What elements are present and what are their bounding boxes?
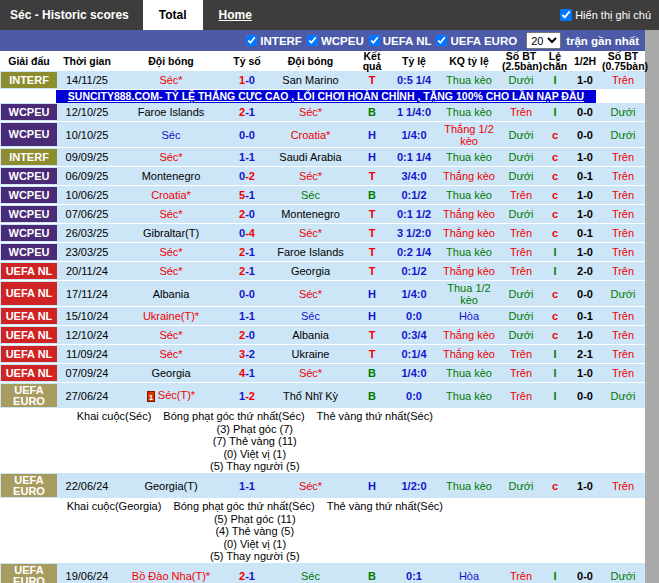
odd-even: l bbox=[541, 348, 569, 360]
home-team: Séc* bbox=[116, 348, 226, 360]
odds-result: Thua kèo bbox=[437, 390, 501, 402]
over-under-25: Trên bbox=[501, 348, 541, 360]
half-time-score: 1-0 bbox=[569, 151, 601, 163]
score: 2-1 bbox=[226, 106, 268, 118]
half-time-score: 1-0 bbox=[569, 367, 601, 379]
half-time-score: 0-0 bbox=[569, 570, 601, 582]
ad-banner-link[interactable]: SUNCITY888.COM- TỶ LỆ THẮNG CỰC CAO , LỐ… bbox=[56, 90, 596, 103]
match-date: 10/10/25 bbox=[58, 129, 116, 141]
uefa-nl-checkbox[interactable] bbox=[369, 35, 380, 46]
half-time-score: 1-0 bbox=[569, 329, 601, 341]
league-badge: UEFA NL bbox=[1, 346, 57, 362]
over-under-25: Trên bbox=[501, 367, 541, 379]
match-row: INTERF09/09/25Séc*1-1Saudi ArabiaH0:1 1/… bbox=[0, 148, 645, 167]
handicap-odds: 1 1/4:0 bbox=[391, 106, 437, 118]
odd-even: l bbox=[541, 74, 569, 86]
odds-result: Thắng kèo bbox=[437, 265, 501, 277]
odd-even: c bbox=[541, 170, 569, 182]
half-time-score: 0-1 bbox=[569, 170, 601, 182]
away-team: Albania bbox=[268, 329, 353, 341]
odd-even: c bbox=[541, 208, 569, 220]
page-title: Séc - Historic scores bbox=[0, 0, 143, 30]
result-letter: T bbox=[353, 208, 391, 220]
details-first-events: Khai cuộc(Séc)Bóng phạt góc thứ nhất(Séc… bbox=[0, 410, 510, 423]
match-row: UEFA NL17/11/24Albania0-0Séc*H1/4:0Thua … bbox=[0, 281, 645, 307]
handicap-odds: 0:1 1/2 bbox=[391, 208, 437, 220]
col-header-ou25: Số BT (2.5bàn) bbox=[501, 51, 541, 71]
odds-result: Thua kèo bbox=[437, 106, 501, 118]
odd-even: l bbox=[541, 246, 569, 258]
odds-result: Thắng kèo bbox=[437, 208, 501, 220]
match-details: Khai cuộc(Séc)Bóng phạt góc thứ nhất(Séc… bbox=[0, 409, 645, 473]
match-date: 19/06/24 bbox=[58, 570, 116, 582]
show-notes-toggle[interactable]: Hiển thị ghi chú bbox=[560, 0, 659, 30]
odd-even: c bbox=[541, 480, 569, 492]
league-badge: WCPEU bbox=[1, 244, 57, 260]
odds-result: Thắng kèo bbox=[437, 348, 501, 360]
league-badge: WCPEU bbox=[1, 206, 57, 222]
table-body: INTERF14/11/25Séc*1-0San MarinoT0:5 1/4T… bbox=[0, 71, 645, 583]
score: 2-1 bbox=[226, 265, 268, 277]
score: 4-1 bbox=[226, 367, 268, 379]
handicap-odds: 1/2:0 bbox=[391, 480, 437, 492]
home-team: Séc bbox=[116, 129, 226, 141]
filter-uefa-euro[interactable]: UEFA EURO bbox=[436, 35, 517, 47]
home-team: Faroe Islands bbox=[116, 106, 226, 118]
half-time-score: 0-0 bbox=[569, 288, 601, 300]
uefa-euro-checkbox[interactable] bbox=[436, 35, 447, 46]
wcpeu-checkbox[interactable] bbox=[307, 35, 318, 46]
tab-home[interactable]: Home bbox=[203, 0, 268, 30]
match-date: 27/06/24 bbox=[58, 390, 116, 402]
interf-label: INTERF bbox=[260, 35, 302, 47]
match-row: UEFA NL15/10/24Ukraine(T)*1-1SécH0:0HòaD… bbox=[0, 307, 645, 326]
match-date: 12/10/24 bbox=[58, 329, 116, 341]
score: 1-1 bbox=[226, 310, 268, 322]
interf-checkbox[interactable] bbox=[246, 35, 257, 46]
over-under-25: Dưới bbox=[501, 329, 541, 341]
score: 0-0 bbox=[226, 288, 268, 300]
score: 1-2 bbox=[226, 390, 268, 402]
score: 0-2 bbox=[226, 170, 268, 182]
odds-result: Thua kèo bbox=[437, 151, 501, 163]
match-date: 11/09/24 bbox=[58, 348, 116, 360]
result-letter: H bbox=[353, 151, 391, 163]
score: 2-1 bbox=[226, 570, 268, 582]
over-under-25: Dưới bbox=[501, 480, 541, 492]
wcpeu-label: WCPEU bbox=[321, 35, 364, 47]
filter-interf[interactable]: INTERF bbox=[246, 35, 302, 47]
over-under-25: Dưới bbox=[501, 288, 541, 300]
tab-total[interactable]: Total bbox=[143, 0, 203, 30]
odd-even: l bbox=[541, 367, 569, 379]
handicap-odds: 0:1 1/4 bbox=[391, 151, 437, 163]
score: 1-1 bbox=[226, 480, 268, 492]
over-under-075: Trên bbox=[601, 329, 645, 341]
filter-uefa-nl[interactable]: UEFA NL bbox=[369, 35, 432, 47]
match-count-select[interactable]: 20 bbox=[526, 32, 561, 49]
result-letter: T bbox=[353, 170, 391, 182]
col-header-odd-even: Lẻ chẵn bbox=[541, 51, 569, 71]
odd-even: c bbox=[541, 189, 569, 201]
match-row: UEFA NL20/11/24Séc*2-1GeorgiaT0:1/2Thắng… bbox=[0, 262, 645, 281]
away-team: San Marino bbox=[268, 74, 353, 86]
show-notes-checkbox[interactable] bbox=[560, 9, 572, 21]
away-team: Séc bbox=[268, 310, 353, 322]
over-under-075: Trên bbox=[601, 74, 645, 86]
over-under-25: Dưới bbox=[501, 208, 541, 220]
odd-even: c bbox=[541, 288, 569, 300]
away-team: Séc* bbox=[268, 480, 353, 492]
odd-even: c bbox=[541, 329, 569, 341]
filter-bar: INTERF WCPEU UEFA NL UEFA EURO 20 trận g… bbox=[0, 30, 645, 51]
col-header-away-team: Đội bóng bbox=[268, 56, 353, 66]
league-badge: UEFA NL bbox=[1, 282, 57, 305]
match-row: UEFA EURO19/06/24Bồ Đào Nha(T)*2-1SécB0:… bbox=[0, 563, 645, 583]
match-details: Khai cuộc(Georgia)Bóng phạt góc thứ nhất… bbox=[0, 499, 645, 563]
handicap-odds: 1/4:0 bbox=[391, 129, 437, 141]
match-date: 14/11/25 bbox=[58, 74, 116, 86]
home-team: Ukraine(T)* bbox=[116, 310, 226, 322]
odds-result: Thua kèo bbox=[437, 189, 501, 201]
filter-wcpeu[interactable]: WCPEU bbox=[307, 35, 364, 47]
details-stat-line: (5) Phạt góc (11) bbox=[0, 513, 510, 526]
half-time-score: 2-0 bbox=[569, 265, 601, 277]
odds-result: Thua kèo bbox=[437, 367, 501, 379]
match-date: 06/09/25 bbox=[58, 170, 116, 182]
